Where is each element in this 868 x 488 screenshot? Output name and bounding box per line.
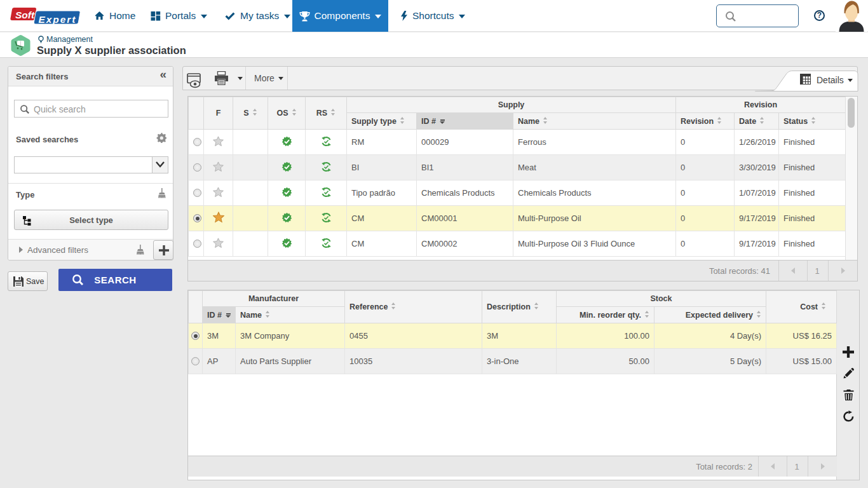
svg-text:Expert: Expert: [39, 14, 76, 25]
svg-text:Soft: Soft: [15, 10, 35, 20]
